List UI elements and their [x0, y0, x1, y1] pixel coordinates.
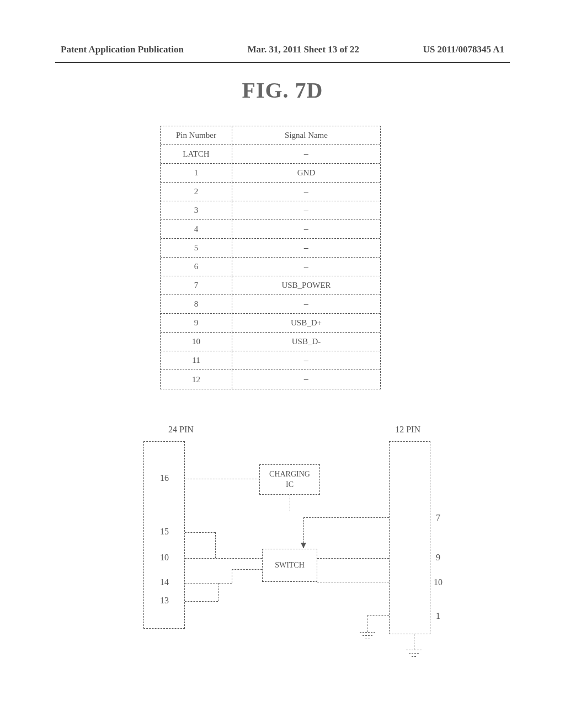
- cell-signal: USB_D+: [232, 314, 380, 332]
- wire: [185, 601, 218, 602]
- cell-pin: 8: [161, 295, 232, 313]
- cell-pin: 4: [161, 220, 232, 238]
- figure-title: FIG. 7D: [0, 77, 565, 103]
- cell-pin: 3: [161, 201, 232, 220]
- block-diagram: 24 PIN 12 PIN 16 15 10 14 13 7 9 10 1 CH…: [138, 425, 430, 662]
- header-rule: [55, 62, 510, 63]
- table-row: Pin Number Signal Name: [161, 126, 380, 145]
- cell-pin: 7: [161, 276, 232, 295]
- header-right: US 2011/0078345 A1: [423, 44, 504, 55]
- cell-pin: 1: [161, 164, 232, 182]
- cell-signal: ‒: [232, 295, 380, 313]
- pin12-label: 9: [427, 553, 449, 563]
- cell-signal: ‒: [232, 220, 380, 238]
- wire: [317, 582, 389, 582]
- header-mid: Mar. 31, 2011 Sheet 13 of 22: [248, 44, 359, 55]
- page-header: Patent Application Publication Mar. 31, …: [0, 44, 565, 55]
- wire: [232, 569, 262, 570]
- cell-signal: ‒: [232, 183, 380, 201]
- wire: [232, 569, 232, 583]
- cell-pin: LATCH: [161, 145, 232, 163]
- pin24-label: 10: [153, 553, 175, 563]
- cell-signal: USB_D-: [232, 333, 380, 351]
- pin24-label: 16: [153, 473, 175, 483]
- cell-pin: 5: [161, 239, 232, 257]
- ground-icon: [360, 632, 375, 647]
- switch-block: SWITCH: [262, 549, 317, 582]
- connector-12pin: [389, 441, 430, 634]
- pin12-label: 10: [427, 577, 449, 587]
- cell-pin: 11: [161, 351, 232, 370]
- wire: [414, 634, 414, 650]
- cell-signal: ‒: [232, 201, 380, 220]
- header-left: Patent Application Publication: [61, 44, 184, 55]
- cell-signal: ‒: [232, 239, 380, 257]
- wire: [215, 532, 216, 558]
- ground-icon: [406, 650, 422, 665]
- wire: [367, 615, 389, 616]
- wire: [185, 558, 262, 559]
- cell-pin: 12: [161, 370, 232, 389]
- charging-ic-block: CHARGING IC: [259, 464, 320, 495]
- header-signal: Signal Name: [232, 126, 380, 144]
- wire: [303, 517, 389, 518]
- pin24-label: 14: [153, 577, 175, 587]
- connector-12pin-label: 12 PIN: [395, 425, 420, 435]
- pin24-label: 13: [153, 596, 175, 606]
- cell-pin: 9: [161, 314, 232, 332]
- wire: [290, 495, 290, 511]
- pin12-label: 1: [427, 611, 449, 621]
- cell-signal: ‒: [232, 351, 380, 370]
- cell-pin: 6: [161, 258, 232, 276]
- cell-signal: ‒: [232, 258, 380, 276]
- connector-24pin-label: 24 PIN: [168, 425, 194, 435]
- wire: [185, 479, 259, 479]
- cell-signal: ‒: [232, 145, 380, 163]
- wire: [317, 558, 389, 559]
- cell-signal: ‒: [232, 370, 380, 389]
- cell-pin: 2: [161, 183, 232, 201]
- wire: [218, 583, 218, 601]
- wire: [185, 532, 215, 533]
- cell-signal: USB_POWER: [232, 276, 380, 295]
- pinout-table: Pin Number Signal Name LATCH‒ 1GND 2‒ 3‒…: [160, 126, 381, 389]
- pin12-label: 7: [427, 513, 449, 523]
- header-pin: Pin Number: [161, 126, 232, 144]
- arrow-down-icon: [301, 543, 306, 548]
- cell-signal: GND: [232, 164, 380, 182]
- cell-pin: 10: [161, 333, 232, 351]
- pin24-label: 15: [153, 527, 175, 537]
- wire: [185, 583, 232, 584]
- wire: [367, 615, 367, 632]
